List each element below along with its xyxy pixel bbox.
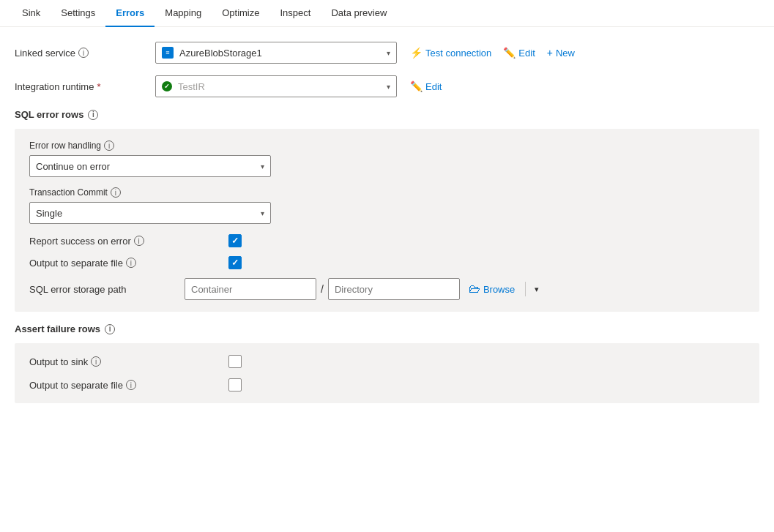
output-separate-file-label: Output to separate file i bbox=[29, 258, 220, 269]
integration-runtime-dropdown[interactable]: TestIR ▾ bbox=[155, 75, 397, 97]
sql-error-rows-info-icon[interactable]: i bbox=[88, 110, 98, 120]
transaction-commit-label: Transaction Commit i bbox=[29, 187, 745, 198]
error-row-handling-label: Error row handling i bbox=[29, 141, 745, 151]
sql-error-storage-path-label: SQL error storage path bbox=[29, 284, 176, 295]
directory-input[interactable] bbox=[328, 278, 460, 300]
report-success-checkbox[interactable] bbox=[228, 234, 242, 247]
error-row-handling-chevron-icon: ▾ bbox=[261, 162, 264, 171]
transaction-commit-group: Transaction Commit i Single ▾ bbox=[29, 187, 745, 224]
main-content: Linked service i ≡ AzureBlobStorage1 ▾ ⚡… bbox=[0, 27, 774, 430]
assert-output-separate-file-row: Output to separate file i bbox=[29, 378, 745, 391]
edit-runtime-button[interactable]: ✏️ Edit bbox=[406, 78, 446, 95]
error-row-handling-info-icon[interactable]: i bbox=[104, 141, 114, 151]
transaction-commit-dropdown[interactable]: Single ▾ bbox=[29, 202, 271, 224]
new-linked-service-button[interactable]: + New bbox=[543, 44, 579, 61]
sql-error-rows-title: SQL error rows i bbox=[15, 109, 759, 120]
linked-service-dropdown[interactable]: ≡ AzureBlobStorage1 ▾ bbox=[155, 42, 397, 64]
error-row-handling-group: Error row handling i Continue on error ▾ bbox=[29, 141, 745, 177]
linked-service-label: Linked service i bbox=[15, 48, 146, 59]
tab-settings[interactable]: Settings bbox=[51, 0, 105, 27]
tab-optimize[interactable]: Optimize bbox=[212, 0, 269, 27]
output-to-sink-label: Output to sink i bbox=[29, 356, 220, 367]
edit-runtime-icon: ✏️ bbox=[410, 80, 423, 92]
integration-runtime-label: Integration runtime * bbox=[15, 81, 146, 92]
assert-failure-title: Assert failure rows i bbox=[15, 323, 759, 334]
linked-service-info-icon[interactable]: i bbox=[78, 48, 89, 58]
linked-service-actions: ⚡ Test connection ✏️ Edit + New bbox=[406, 44, 579, 61]
output-separate-file-row: Output to separate file i bbox=[29, 256, 745, 269]
plus-icon: + bbox=[547, 47, 553, 59]
report-success-row: Report success on error i bbox=[29, 234, 745, 247]
browse-button[interactable]: 🗁 Browse bbox=[464, 280, 519, 299]
tab-data-preview[interactable]: Data preview bbox=[321, 0, 397, 27]
integration-runtime-chevron-icon: ▾ bbox=[387, 83, 390, 91]
test-connection-button[interactable]: ⚡ Test connection bbox=[406, 44, 496, 61]
assert-failure-section: Assert failure rows i Output to sink i O… bbox=[15, 323, 759, 403]
tab-errors[interactable]: Errors bbox=[105, 0, 155, 27]
tab-sink[interactable]: Sink bbox=[12, 0, 51, 27]
linked-service-chevron-icon: ▾ bbox=[387, 49, 390, 57]
edit-pencil-icon: ✏️ bbox=[503, 47, 516, 59]
assert-output-separate-file-checkbox[interactable] bbox=[228, 378, 242, 391]
storage-path-chevron-icon[interactable]: ▾ bbox=[532, 282, 542, 297]
tab-mapping[interactable]: Mapping bbox=[155, 0, 212, 27]
edit-linked-service-button[interactable]: ✏️ Edit bbox=[499, 44, 539, 61]
folder-icon: 🗁 bbox=[469, 282, 480, 296]
container-input[interactable] bbox=[185, 278, 316, 300]
runtime-status-icon bbox=[162, 81, 172, 91]
transaction-commit-chevron-icon: ▾ bbox=[261, 209, 264, 217]
report-success-label: Report success on error i bbox=[29, 236, 220, 247]
error-row-handling-dropdown[interactable]: Continue on error ▾ bbox=[29, 155, 271, 177]
blob-storage-icon: ≡ bbox=[162, 47, 174, 59]
storage-path-group: / 🗁 Browse ▾ bbox=[185, 278, 542, 300]
sql-error-rows-box: Error row handling i Continue on error ▾… bbox=[15, 129, 759, 312]
output-separate-file-checkbox[interactable] bbox=[228, 256, 242, 269]
output-to-sink-info-icon[interactable]: i bbox=[91, 356, 101, 367]
report-success-info-icon[interactable]: i bbox=[134, 236, 144, 246]
assert-output-separate-file-label: Output to separate file i bbox=[29, 380, 220, 391]
output-separate-file-info-icon[interactable]: i bbox=[126, 258, 136, 268]
sql-error-storage-path-row: SQL error storage path / 🗁 Browse ▾ bbox=[29, 278, 745, 300]
assert-failure-info-icon[interactable]: i bbox=[105, 324, 115, 334]
linked-service-row: Linked service i ≡ AzureBlobStorage1 ▾ ⚡… bbox=[15, 42, 759, 64]
integration-runtime-row: Integration runtime * TestIR ▾ ✏️ Edit bbox=[15, 75, 759, 97]
path-separator: / bbox=[321, 283, 324, 295]
output-to-sink-checkbox[interactable] bbox=[228, 355, 242, 368]
output-to-sink-row: Output to sink i bbox=[29, 355, 745, 368]
assert-failure-box: Output to sink i Output to separate file… bbox=[15, 343, 759, 403]
transaction-commit-info-icon[interactable]: i bbox=[111, 187, 121, 198]
tab-inspect[interactable]: Inspect bbox=[269, 0, 321, 27]
assert-output-separate-file-info-icon[interactable]: i bbox=[126, 380, 136, 390]
browse-separator bbox=[525, 282, 526, 296]
tab-bar: Sink Settings Errors Mapping Optimize In… bbox=[0, 0, 774, 27]
test-connection-icon: ⚡ bbox=[410, 47, 423, 59]
